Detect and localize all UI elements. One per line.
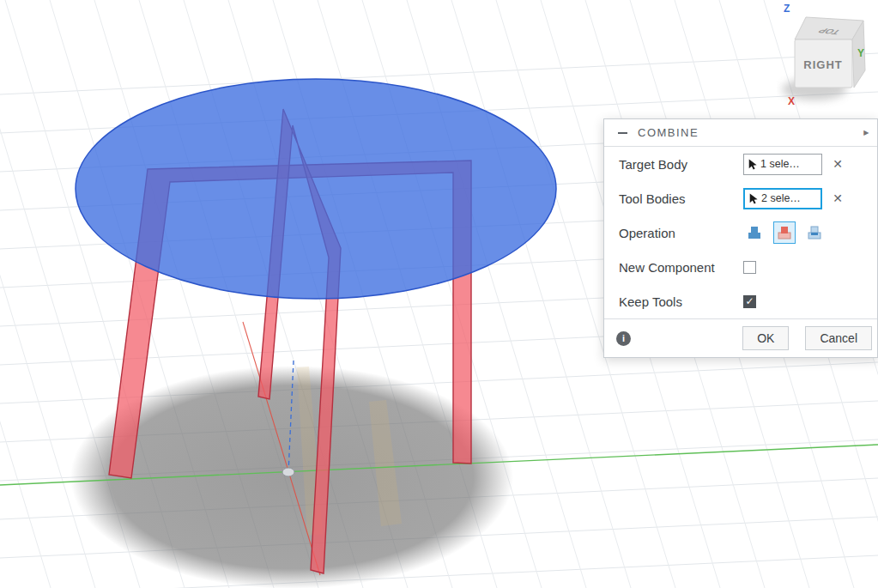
combine-dialog: COMBINE ▶ Target Body 1 sele… ✕ Tool Bod… (603, 118, 878, 358)
target-body-selection[interactable]: 1 sele… (743, 154, 822, 175)
new-component-checkbox[interactable] (743, 261, 756, 274)
target-body-count: 1 sele… (760, 158, 800, 170)
viewcube-front-label: RIGHT (803, 58, 842, 71)
z-axis-label: Z (784, 3, 790, 15)
cursor-icon (748, 158, 758, 171)
new-component-row: New Component (604, 250, 877, 284)
x-axis-label: X (788, 95, 795, 107)
tool-bodies-label: Tool Bodies (619, 191, 743, 206)
target-body-clear-icon[interactable]: ✕ (832, 157, 844, 171)
operation-join-icon[interactable] (743, 221, 766, 244)
keep-tools-label: Keep Tools (619, 294, 743, 309)
info-icon[interactable]: i (616, 331, 631, 346)
keep-tools-checkbox[interactable]: ✓ (743, 295, 756, 308)
cursor-icon (748, 192, 759, 205)
tool-bodies-row: Tool Bodies 2 sele… ✕ (604, 181, 877, 215)
tool-bodies-count: 2 sele… (761, 192, 801, 204)
origin-marker[interactable] (282, 468, 294, 476)
dialog-footer: i OK Cancel (604, 318, 877, 357)
viewcube[interactable]: RIGHT TOP Z Y X (777, 0, 878, 113)
new-component-label: New Component (619, 260, 743, 275)
operation-cut-icon[interactable] (773, 221, 796, 244)
keep-tools-row: Keep Tools ✓ (604, 284, 877, 318)
operation-row: Operation (604, 215, 877, 250)
cancel-button[interactable]: Cancel (805, 326, 872, 350)
target-body-row: Target Body 1 sele… ✕ (604, 147, 877, 181)
dialog-header: COMBINE ▶ (604, 119, 877, 147)
ok-button[interactable]: OK (742, 326, 789, 350)
target-body-label: Target Body (619, 157, 743, 172)
operation-label: Operation (619, 226, 743, 240)
viewport-canvas[interactable]: RIGHT TOP Z Y X COMBINE ▶ Target Body 1 … (0, 0, 878, 588)
tool-bodies-selection[interactable]: 2 sele… (743, 188, 822, 209)
y-axis-label: Y (857, 47, 864, 59)
collapse-icon[interactable] (618, 132, 627, 134)
operation-intersect-icon[interactable] (803, 221, 826, 244)
dialog-title: COMBINE (638, 126, 699, 139)
expand-arrow-icon[interactable]: ▶ (863, 129, 870, 136)
tool-bodies-clear-icon[interactable]: ✕ (832, 191, 844, 205)
tabletop-body[interactable] (76, 79, 556, 299)
